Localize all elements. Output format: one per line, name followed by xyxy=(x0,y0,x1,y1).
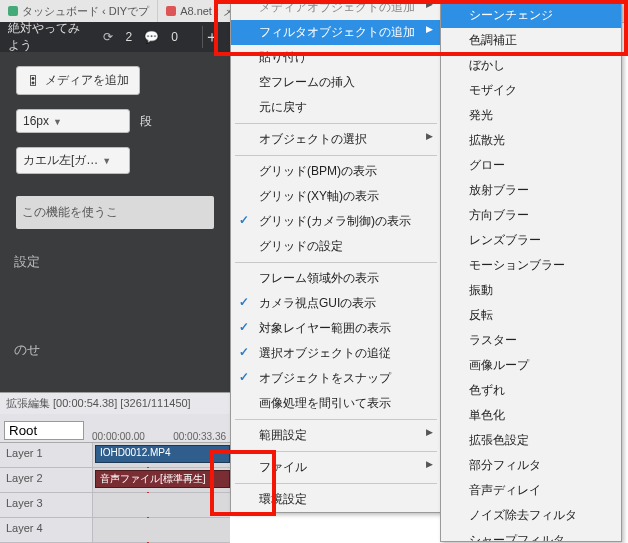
menu-item[interactable]: 環境設定 xyxy=(231,487,441,512)
timeline-caption: 拡張編集 [00:00:54.38] [3261/111450] xyxy=(0,393,230,414)
favicon-2 xyxy=(166,6,176,16)
sidebar-nose[interactable]: のせ xyxy=(0,331,230,359)
favicon-1 xyxy=(8,6,18,16)
menu-item[interactable]: モザイク xyxy=(441,78,621,103)
menu-item[interactable]: 拡散光 xyxy=(441,128,621,153)
menu-item[interactable]: フレーム領域外の表示 xyxy=(231,266,441,291)
menu-item[interactable]: 部分フィルタ xyxy=(441,453,621,478)
sidebar-settings[interactable]: 設定 xyxy=(0,243,230,271)
menu-separator xyxy=(235,155,437,156)
timeline-panel: 拡張編集 [00:00:54.38] [3261/111450] Root 00… xyxy=(0,392,230,543)
menu-item[interactable]: ファイル xyxy=(231,455,441,480)
layer-label[interactable]: Layer 4 xyxy=(0,518,93,542)
comment-icon[interactable]: 💬 xyxy=(144,30,159,44)
context-menu: メディアオブジェクトの追加フィルタオブジェクトの追加貼り付け空フレームの挿入元に… xyxy=(230,2,442,513)
menu-item[interactable]: 発光 xyxy=(441,103,621,128)
layer-label[interactable]: Layer 2 xyxy=(0,468,93,492)
paragraph-label: 段 xyxy=(140,109,152,133)
add-media-button[interactable]: 🎛 メディアを追加 xyxy=(16,66,140,95)
menu-separator xyxy=(235,451,437,452)
menu-item[interactable]: 範囲設定 xyxy=(231,423,441,448)
menu-item[interactable]: グリッド(カメラ制御)の表示 xyxy=(231,209,441,234)
root-button[interactable]: Root xyxy=(4,421,84,440)
editor-panel: 絶対やってみよう ⟳ 2 💬 0 ＋ 🎛 メディアを追加 16px▼ 段 カエル… xyxy=(0,22,230,543)
track-2[interactable]: 音声ファイル[標準再生] xyxy=(93,468,230,492)
menu-item[interactable]: オブジェクトをスナップ xyxy=(231,366,441,391)
timeline-ruler[interactable]: Root 00:00:00.00 00:00:33.36 xyxy=(0,414,230,443)
track-1[interactable]: IOHD0012.MP4 xyxy=(93,443,230,467)
menu-item[interactable]: 画像ループ xyxy=(441,353,621,378)
layer-label[interactable]: Layer 3 xyxy=(0,493,93,517)
editor-toolbar: 絶対やってみよう ⟳ 2 💬 0 ＋ xyxy=(0,22,230,52)
menu-item[interactable]: シャープフィルタ xyxy=(441,528,621,542)
menu-separator xyxy=(235,483,437,484)
asset-select[interactable]: カエル左[ガ…▼ xyxy=(16,147,130,174)
browser-tab-1[interactable]: タッシュボード ‹ DIYでプ xyxy=(0,0,158,22)
menu-item[interactable]: 音声ディレイ xyxy=(441,478,621,503)
menu-item[interactable]: 色調補正 xyxy=(441,28,621,53)
feature-message: この機能を使うこ xyxy=(16,196,214,229)
track-4[interactable] xyxy=(93,518,230,542)
menu-item[interactable]: モーションブラー xyxy=(441,253,621,278)
menu-item[interactable]: 貼り付け xyxy=(231,45,441,70)
comment-count: 0 xyxy=(171,30,178,44)
time-tick: 00:00:33.36 xyxy=(169,431,230,442)
menu-item[interactable]: 放射ブラー xyxy=(441,178,621,203)
new-button[interactable]: ＋ xyxy=(202,26,222,48)
menu-item[interactable]: 振動 xyxy=(441,278,621,303)
menu-item[interactable]: 画像処理を間引いて表示 xyxy=(231,391,441,416)
site-title[interactable]: 絶対やってみよう xyxy=(8,20,91,54)
menu-item[interactable]: 色ずれ xyxy=(441,378,621,403)
menu-item[interactable]: 対象レイヤー範囲の表示 xyxy=(231,316,441,341)
add-media-label: メディアを追加 xyxy=(45,72,129,89)
audio-clip[interactable]: 音声ファイル[標準再生] xyxy=(95,470,230,488)
menu-item[interactable]: グロー xyxy=(441,153,621,178)
media-icon: 🎛 xyxy=(27,74,39,88)
font-size-select[interactable]: 16px▼ xyxy=(16,109,130,133)
menu-item[interactable]: メディアオブジェクトの追加 xyxy=(231,0,441,20)
video-clip[interactable]: IOHD0012.MP4 xyxy=(95,445,230,463)
menu-item[interactable]: 方向ブラー xyxy=(441,203,621,228)
menu-separator xyxy=(235,123,437,124)
tab-label: タッシュボード ‹ DIYでプ xyxy=(22,4,149,19)
menu-item[interactable]: ノイズ除去フィルタ xyxy=(441,503,621,528)
menu-separator xyxy=(235,419,437,420)
menu-item[interactable]: 元に戻す xyxy=(231,95,441,120)
menu-item[interactable]: 選択オブジェクトの追従 xyxy=(231,341,441,366)
layer-label[interactable]: Layer 1 xyxy=(0,443,93,467)
track-3[interactable] xyxy=(93,493,230,517)
menu-item[interactable]: グリッド(BPM)の表示 xyxy=(231,159,441,184)
time-tick: 00:00:00.00 xyxy=(88,431,149,442)
menu-item[interactable]: 拡張色設定 xyxy=(441,428,621,453)
menu-item[interactable]: 単色化 xyxy=(441,403,621,428)
menu-item[interactable]: レンズブラー xyxy=(441,228,621,253)
menu-item[interactable]: 空フレームの挿入 xyxy=(231,70,441,95)
menu-item[interactable]: フィルタオブジェクトの追加 xyxy=(231,20,441,45)
menu-item[interactable]: オブジェクトの選択 xyxy=(231,127,441,152)
menu-item[interactable]: グリッドの設定 xyxy=(231,234,441,259)
update-count[interactable]: 2 xyxy=(125,30,132,44)
menu-item[interactable]: シーンチェンジ xyxy=(441,3,621,28)
refresh-icon[interactable]: ⟳ xyxy=(103,30,113,44)
menu-item[interactable]: グリッド(XY軸)の表示 xyxy=(231,184,441,209)
menu-item[interactable]: ぼかし xyxy=(441,53,621,78)
menu-item[interactable]: 反転 xyxy=(441,303,621,328)
menu-separator xyxy=(235,262,437,263)
menu-item[interactable]: カメラ視点GUIの表示 xyxy=(231,291,441,316)
filter-submenu: シーンチェンジ色調補正ぼかしモザイク発光拡散光グロー放射ブラー方向ブラーレンズブ… xyxy=(440,2,622,542)
menu-item[interactable]: ラスター xyxy=(441,328,621,353)
